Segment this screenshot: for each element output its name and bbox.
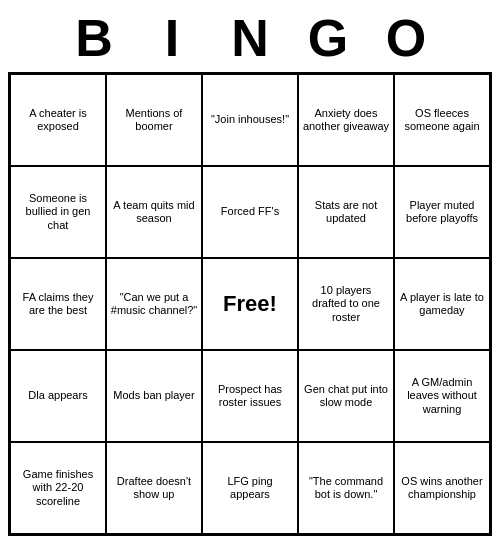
bingo-title: B I N G O bbox=[8, 8, 492, 68]
bingo-cell[interactable]: Anxiety does another giveaway bbox=[298, 74, 394, 166]
bingo-cell[interactable]: Dla appears bbox=[10, 350, 106, 442]
bingo-cell[interactable]: "Join inhouses!" bbox=[202, 74, 298, 166]
bingo-cell[interactable]: Player muted before playoffs bbox=[394, 166, 490, 258]
letter-o: O bbox=[367, 8, 445, 68]
bingo-cell[interactable]: LFG ping appears bbox=[202, 442, 298, 534]
bingo-cell[interactable]: Game finishes with 22-20 scoreline bbox=[10, 442, 106, 534]
bingo-cell[interactable]: "The command bot is down." bbox=[298, 442, 394, 534]
bingo-cell[interactable]: Stats are not updated bbox=[298, 166, 394, 258]
bingo-cell[interactable]: A cheater is exposed bbox=[10, 74, 106, 166]
bingo-cell[interactable]: 10 players drafted to one roster bbox=[298, 258, 394, 350]
bingo-cell[interactable]: Free! bbox=[202, 258, 298, 350]
bingo-cell[interactable]: Someone is bullied in gen chat bbox=[10, 166, 106, 258]
bingo-cell[interactable]: Prospect has roster issues bbox=[202, 350, 298, 442]
bingo-cell[interactable]: Mods ban player bbox=[106, 350, 202, 442]
bingo-cell[interactable]: OS wins another championship bbox=[394, 442, 490, 534]
bingo-cell[interactable]: A player is late to gameday bbox=[394, 258, 490, 350]
letter-g: G bbox=[289, 8, 367, 68]
bingo-cell[interactable]: Mentions of boomer bbox=[106, 74, 202, 166]
bingo-cell[interactable]: Forced FF's bbox=[202, 166, 298, 258]
bingo-cell[interactable]: FA claims they are the best bbox=[10, 258, 106, 350]
bingo-cell[interactable]: "Can we put a #music channel?" bbox=[106, 258, 202, 350]
bingo-cell[interactable]: A GM/admin leaves without warning bbox=[394, 350, 490, 442]
bingo-cell[interactable]: OS fleeces someone again bbox=[394, 74, 490, 166]
letter-n: N bbox=[211, 8, 289, 68]
bingo-cell[interactable]: Draftee doesn't show up bbox=[106, 442, 202, 534]
bingo-grid: A cheater is exposedMentions of boomer"J… bbox=[8, 72, 492, 536]
bingo-cell[interactable]: A team quits mid season bbox=[106, 166, 202, 258]
bingo-cell[interactable]: Gen chat put into slow mode bbox=[298, 350, 394, 442]
letter-i: I bbox=[133, 8, 211, 68]
letter-b: B bbox=[55, 8, 133, 68]
